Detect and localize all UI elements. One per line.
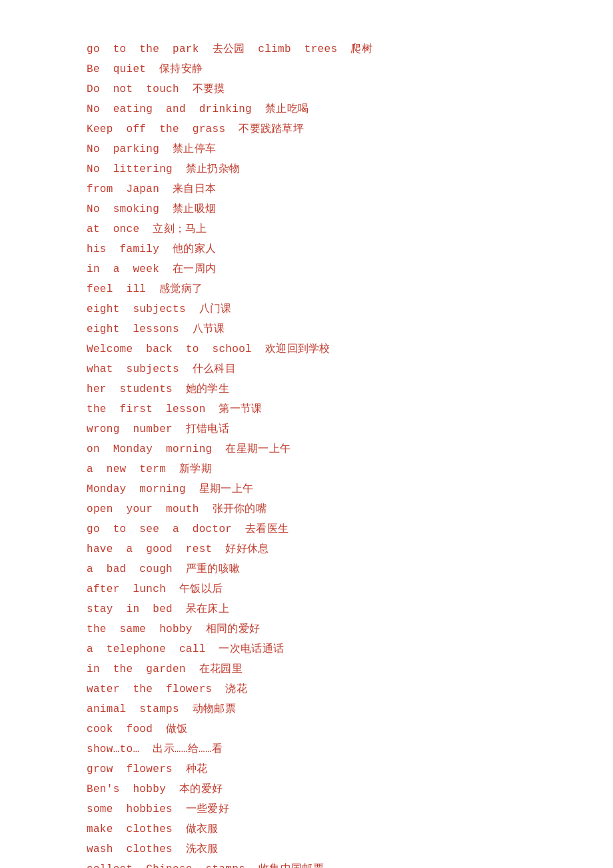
list-item: his family 他的家人	[87, 240, 526, 259]
list-item: the same hobby 相同的爱好	[87, 620, 526, 639]
list-item: No smoking 禁止吸烟	[87, 200, 526, 219]
list-item: collect Chinese stamps 收集中国邮票	[87, 860, 526, 868]
list-item: a new term 新学期	[87, 460, 526, 479]
list-item: make clothes 做衣服	[87, 820, 526, 839]
list-item: stay in bed 呆在床上	[87, 600, 526, 619]
list-item: Welcome back to school 欢迎回到学校	[87, 340, 526, 359]
list-item: some hobbies 一些爱好	[87, 800, 526, 819]
list-item: No littering 禁止扔杂物	[87, 160, 526, 179]
list-item: open your mouth 张开你的嘴	[87, 500, 526, 519]
list-item: No parking 禁止停车	[87, 140, 526, 159]
list-item: have a good rest 好好休息	[87, 540, 526, 559]
list-item: wrong number 打错电话	[87, 420, 526, 439]
list-item: her students 她的学生	[87, 380, 526, 399]
list-item: after lunch 午饭以后	[87, 580, 526, 599]
list-item: a telephone call 一次电话通话	[87, 640, 526, 659]
list-item: water the flowers 浇花	[87, 680, 526, 699]
list-item: eight lessons 八节课	[87, 320, 526, 339]
list-item: Do not touch 不要摸	[87, 80, 526, 99]
phrase-list: go to the park 去公园 climb trees 爬树Be quie…	[87, 40, 526, 868]
list-item: on Monday morning 在星期一上午	[87, 440, 526, 459]
list-item: animal stamps 动物邮票	[87, 700, 526, 719]
list-item: Monday morning 星期一上午	[87, 480, 526, 499]
list-item: what subjects 什么科目	[87, 360, 526, 379]
list-item: eight subjects 八门课	[87, 300, 526, 319]
list-item: cook food 做饭	[87, 720, 526, 739]
list-item: in the garden 在花园里	[87, 660, 526, 679]
list-item: feel ill 感觉病了	[87, 280, 526, 299]
list-item: No eating and drinking 禁止吃喝	[87, 100, 526, 119]
list-item: a bad cough 严重的咳嗽	[87, 560, 526, 579]
list-item: grow flowers 种花	[87, 760, 526, 779]
list-item: from Japan 来自日本	[87, 180, 526, 199]
list-item: go to the park 去公园 climb trees 爬树	[87, 40, 526, 59]
list-item: go to see a doctor 去看医生	[87, 520, 526, 539]
list-item: Ben's hobby 本的爱好	[87, 780, 526, 799]
list-item: show…to… 出示……给……看	[87, 740, 526, 759]
list-item: Be quiet 保持安静	[87, 60, 526, 79]
list-item: Keep off the grass 不要践踏草坪	[87, 120, 526, 139]
list-item: wash clothes 洗衣服	[87, 840, 526, 859]
list-item: the first lesson 第一节课	[87, 400, 526, 419]
list-item: in a week 在一周内	[87, 260, 526, 279]
list-item: at once 立刻；马上	[87, 220, 526, 239]
